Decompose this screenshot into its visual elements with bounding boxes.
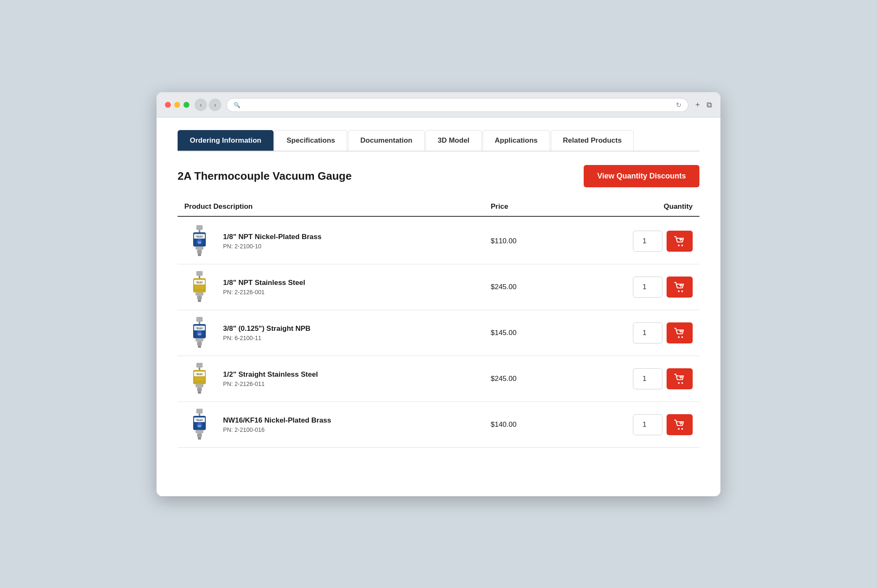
product-price: $140.00	[491, 420, 575, 429]
product-image: TELEV 2A	[184, 226, 215, 256]
add-to-cart-button[interactable]	[667, 277, 693, 298]
browser-chrome: ‹ › 🔍 ↻ + ⧉	[157, 92, 720, 117]
table-row: TELEV 2A 3/8" (0.125") Straight NPB PN: …	[178, 310, 699, 356]
product-image: TELEV	[184, 272, 215, 302]
svg-rect-34	[196, 338, 204, 342]
product-image: TELEV 2A	[184, 318, 215, 348]
svg-point-50	[678, 382, 680, 384]
view-quantity-discounts-button[interactable]: View Quantity Discounts	[584, 165, 699, 187]
quantity-controls	[575, 322, 693, 343]
svg-point-51	[681, 382, 683, 384]
product-info: TELEV 2A NW16/KF16 Nickel-Plated Brass P…	[184, 410, 491, 440]
quantity-controls	[575, 277, 693, 298]
quantity-input[interactable]	[633, 277, 662, 298]
svg-text:2A: 2A	[198, 241, 201, 244]
quantity-input[interactable]	[633, 368, 662, 389]
svg-rect-28	[199, 322, 200, 324]
table-row: TELEV 1/2" Straight Stainless Steel PN: …	[178, 356, 699, 402]
svg-rect-27	[197, 317, 203, 322]
quantity-controls	[575, 231, 693, 252]
svg-rect-20	[196, 293, 204, 296]
product-details: NW16/KF16 Nickel-Plated Brass PN: 2-2100…	[223, 416, 331, 433]
add-to-cart-button[interactable]	[667, 414, 693, 435]
browser-window: ‹ › 🔍 ↻ + ⧉ Ordering Information Specifi…	[157, 92, 720, 496]
svg-text:TELEV: TELEV	[196, 419, 203, 421]
table-row: TELEV 2A 1/8" NPT Nickel-Plated Brass PN…	[178, 218, 699, 264]
product-name: 1/2" Straight Stainless Steel	[223, 370, 318, 379]
svg-text:TELEV: TELEV	[196, 373, 203, 375]
svg-text:TELEV: TELEV	[196, 236, 203, 238]
tab-3dmodel[interactable]: 3D Model	[425, 130, 482, 151]
product-info: TELEV 1/2" Straight Stainless Steel PN: …	[184, 364, 491, 394]
product-details: 1/8" NPT Nickel-Plated Brass PN: 2-2100-…	[223, 233, 322, 250]
svg-rect-61	[196, 430, 204, 434]
forward-button[interactable]: ›	[209, 98, 221, 111]
svg-rect-14	[197, 271, 203, 276]
tab-documentation[interactable]: Documentation	[348, 130, 425, 151]
close-button[interactable]	[165, 102, 171, 108]
minimize-button[interactable]	[174, 102, 180, 108]
svg-text:2A: 2A	[198, 333, 201, 335]
column-header-price: Price	[491, 202, 575, 211]
quantity-input[interactable]	[633, 414, 662, 435]
windows-button[interactable]: ⧉	[707, 101, 712, 109]
add-to-cart-button[interactable]	[667, 322, 693, 343]
tab-ordering[interactable]: Ordering Information	[178, 130, 274, 151]
maximize-button[interactable]	[183, 102, 189, 108]
svg-rect-36	[198, 346, 201, 348]
product-name: 3/8" (0.125") Straight NPB	[223, 325, 311, 333]
quantity-controls	[575, 414, 693, 435]
svg-point-38	[681, 336, 683, 338]
page-title: 2A Thermocouple Vacuum Gauge	[178, 170, 352, 183]
svg-rect-21	[197, 295, 202, 299]
product-name: 1/8" NPT Nickel-Plated Brass	[223, 233, 322, 241]
product-image: TELEV	[184, 364, 215, 394]
svg-rect-42	[199, 367, 200, 370]
svg-point-37	[678, 336, 680, 338]
svg-rect-54	[197, 409, 203, 413]
quantity-input[interactable]	[633, 231, 662, 252]
column-header-description: Product Description	[184, 202, 491, 211]
browser-content: Ordering Information Specifications Docu…	[157, 117, 720, 496]
svg-point-10	[678, 245, 680, 246]
add-to-cart-button[interactable]	[667, 368, 693, 389]
svg-rect-8	[197, 250, 202, 253]
quantity-input[interactable]	[633, 322, 662, 343]
product-part-number: PN: 2-2100-10	[223, 243, 322, 250]
product-info: TELEV 2A 1/8" NPT Nickel-Plated Brass PN…	[184, 226, 491, 256]
product-details: 3/8" (0.125") Straight NPB PN: 6-2100-11	[223, 325, 311, 341]
svg-rect-35	[197, 341, 202, 345]
svg-rect-62	[197, 433, 202, 437]
product-part-number: PN: 2-2126-011	[223, 380, 318, 387]
svg-point-65	[681, 428, 683, 430]
table-row: TELEV 1/8" NPT Stainless Steel PN: 2-212…	[178, 264, 699, 310]
search-icon: 🔍	[234, 102, 240, 108]
reload-button[interactable]: ↻	[676, 101, 681, 109]
product-image: TELEV 2A	[184, 410, 215, 440]
browser-controls: ‹ › 🔍 ↻ + ⧉	[165, 98, 712, 112]
svg-text:2A: 2A	[198, 425, 201, 427]
svg-rect-47	[196, 384, 204, 388]
svg-point-24	[681, 290, 683, 292]
add-to-cart-button[interactable]	[667, 231, 693, 252]
svg-rect-46	[195, 377, 205, 381]
product-list: TELEV 2A 1/8" NPT Nickel-Plated Brass PN…	[178, 218, 699, 448]
svg-text:TELEV: TELEV	[196, 327, 203, 330]
product-part-number: PN: 2-2100-016	[223, 426, 331, 433]
table-header: Product Description Price Quantity	[178, 197, 699, 217]
tab-specifications[interactable]: Specifications	[274, 130, 347, 151]
back-button[interactable]: ‹	[194, 98, 207, 111]
product-part-number: PN: 2-2126-001	[223, 289, 305, 295]
address-bar[interactable]: 🔍 ↻	[226, 98, 688, 112]
product-price: $110.00	[491, 237, 575, 245]
svg-rect-9	[198, 254, 201, 256]
product-price: $145.00	[491, 329, 575, 337]
tab-related-products[interactable]: Related Products	[551, 130, 634, 151]
svg-rect-15	[199, 276, 200, 278]
tab-applications[interactable]: Applications	[483, 130, 550, 151]
product-header: 2A Thermocouple Vacuum Gauge View Quanti…	[178, 165, 699, 187]
product-info: TELEV 1/8" NPT Stainless Steel PN: 2-212…	[184, 272, 491, 302]
traffic-lights	[165, 102, 189, 108]
new-tab-button[interactable]: +	[695, 101, 700, 109]
svg-point-64	[678, 428, 680, 430]
